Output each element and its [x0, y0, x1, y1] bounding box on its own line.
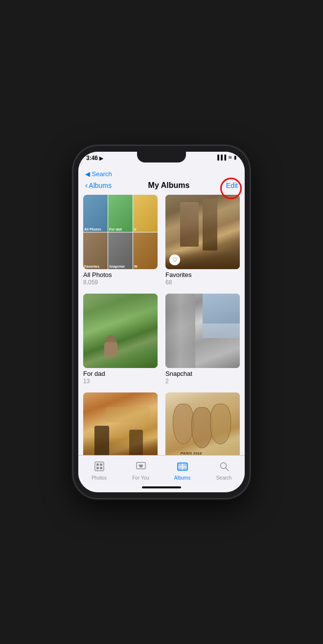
sub-thumb-6: W — [133, 232, 158, 270]
edit-button[interactable]: Edit — [226, 182, 238, 189]
album-name-favorites: Favorites — [165, 271, 240, 278]
phone-screen: 3:46 ▶ ▐▐▐ ≋ ▮ ◀ Search ‹ Albums My Albu… — [78, 152, 245, 492]
albums-tab-label: Albums — [174, 475, 190, 481]
search-tab-label: Search — [216, 475, 232, 481]
svg-rect-3 — [96, 467, 99, 469]
location-icon: ▶ — [99, 156, 103, 161]
svg-rect-9 — [178, 467, 182, 470]
album-count-favorites: 68 — [165, 279, 240, 286]
status-bar: 3:46 ▶ ▐▐▐ ≋ ▮ — [78, 152, 245, 169]
photos-tab-label: Photos — [92, 475, 107, 481]
tab-bar: Photos For You — [78, 455, 245, 483]
sub-thumb-3: Ir — [133, 195, 158, 232]
for-you-tab-icon — [136, 461, 146, 474]
back-chevron-icon: ‹ — [85, 181, 88, 190]
search-tab-icon — [219, 461, 230, 474]
album-count-snapchat: 2 — [165, 378, 240, 385]
album-item-snapchat[interactable]: Snapchat 2 — [165, 294, 240, 385]
phone-shell: 3:46 ▶ ▐▐▐ ≋ ▮ ◀ Search ‹ Albums My Albu… — [73, 146, 250, 498]
sub-thumb-1: All Photos — [83, 195, 108, 232]
battery-icon: ▮ — [234, 155, 237, 160]
svg-rect-8 — [183, 463, 187, 466]
svg-rect-7 — [178, 463, 182, 466]
page-title: My Albums — [148, 181, 190, 190]
album-thumb-snapchat — [165, 294, 240, 368]
photos-tab-icon — [94, 461, 105, 474]
svg-rect-1 — [96, 463, 99, 466]
home-indicator — [78, 483, 245, 492]
tab-photos[interactable]: Photos — [78, 456, 120, 483]
album-count-all-photos: 8,059 — [83, 279, 158, 286]
sub-thumb-4: Favorites — [83, 232, 108, 270]
album-item-instagram[interactable]: Instagram — [83, 392, 158, 455]
svg-rect-0 — [95, 462, 104, 471]
favorites-heart-icon: ♡ — [169, 254, 180, 265]
album-item-all-photos[interactable]: All Photos For dad Ir Favorites — [83, 195, 158, 286]
back-button[interactable]: ‹ Albums — [85, 181, 112, 190]
album-item-whatsapp[interactable]: PARIS 2018 WhatsApp — [165, 392, 240, 455]
for-you-tab-label: For You — [132, 475, 149, 481]
notch — [137, 152, 186, 162]
tab-search[interactable]: Search — [203, 456, 245, 483]
search-back-label: ◀ Search — [78, 169, 245, 179]
edit-button-container: Edit — [226, 182, 238, 189]
status-icons: ▐▐▐ ≋ ▮ — [216, 155, 237, 160]
nav-bar: ‹ Albums My Albums Edit — [78, 179, 245, 191]
svg-line-12 — [226, 468, 229, 471]
sub-thumb-5: Snapchat — [108, 232, 133, 270]
svg-rect-10 — [183, 467, 187, 470]
album-thumb-all-photos: All Photos For dad Ir Favorites — [83, 195, 158, 269]
tab-albums[interactable]: Albums — [162, 456, 203, 483]
album-item-for-dad[interactable]: For dad 13 — [83, 294, 158, 385]
back-label: Albums — [89, 182, 112, 189]
albums-tab-icon — [177, 461, 188, 474]
albums-grid: All Photos For dad Ir Favorites — [83, 195, 240, 455]
album-thumb-favorites: ♡ — [165, 195, 240, 269]
album-thumb-for-dad — [83, 294, 158, 368]
wifi-icon: ≋ — [228, 155, 232, 160]
album-name-all-photos: All Photos — [83, 271, 158, 278]
album-count-for-dad: 13 — [83, 378, 158, 385]
sub-thumb-2: For dad — [108, 195, 133, 232]
album-name-snapchat: Snapchat — [165, 370, 240, 377]
svg-rect-4 — [100, 467, 102, 469]
tab-for-you[interactable]: For You — [120, 456, 162, 483]
home-bar — [142, 486, 181, 488]
signal-icon: ▐▐▐ — [216, 155, 226, 160]
album-thumb-instagram — [83, 392, 158, 455]
album-item-favorites[interactable]: ♡ Favorites 68 — [165, 195, 240, 286]
status-time: 3:46 ▶ — [86, 155, 103, 161]
album-name-for-dad: For dad — [83, 370, 158, 377]
svg-rect-2 — [100, 463, 102, 466]
albums-content: All Photos For dad Ir Favorites — [78, 191, 245, 455]
album-thumb-whatsapp: PARIS 2018 — [165, 392, 240, 455]
